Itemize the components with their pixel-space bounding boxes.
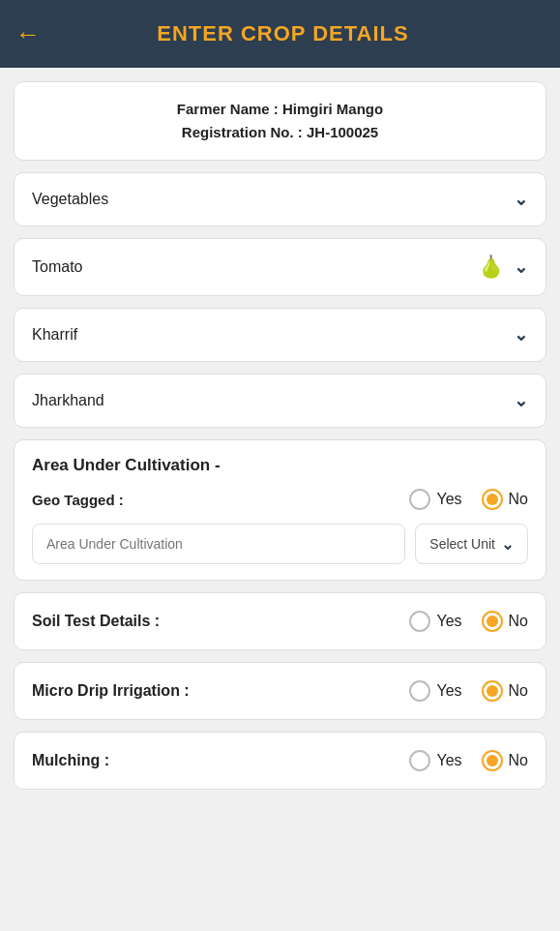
geo-tagged-no-radio[interactable] bbox=[482, 489, 503, 510]
soil-test-row: Soil Test Details : Yes No bbox=[14, 592, 546, 650]
soil-test-no-radio[interactable] bbox=[482, 611, 503, 632]
cultivation-area-input[interactable] bbox=[32, 524, 405, 564]
crop-name-label: Tomato bbox=[32, 258, 82, 276]
crop-type-dropdown[interactable]: Vegetables ⌄ bbox=[14, 172, 546, 226]
geo-tagged-yes-option[interactable]: Yes bbox=[409, 489, 461, 510]
state-label: Jharkhand bbox=[32, 392, 104, 409]
geo-tagged-radio-group: Yes No bbox=[409, 489, 528, 510]
header: ← ENTER CROP DETAILS bbox=[0, 0, 560, 68]
state-dropdown[interactable]: Jharkhand ⌄ bbox=[14, 374, 546, 428]
select-unit-chevron-icon: ⌄ bbox=[501, 535, 514, 554]
soil-test-yes-label: Yes bbox=[436, 613, 461, 630]
season-dropdown[interactable]: Kharrif ⌄ bbox=[14, 308, 546, 362]
select-unit-button[interactable]: Select Unit ⌄ bbox=[415, 524, 528, 564]
select-unit-label: Select Unit bbox=[429, 536, 495, 552]
crop-type-label: Vegetables bbox=[32, 191, 108, 208]
geo-tagged-yes-radio[interactable] bbox=[409, 489, 430, 510]
content-area: Farmer Name : Himgiri Mango Registration… bbox=[0, 68, 560, 803]
soil-test-yes-radio[interactable] bbox=[409, 611, 430, 632]
mulching-yes-label: Yes bbox=[436, 752, 461, 769]
soil-test-no-option[interactable]: No bbox=[482, 611, 528, 632]
soil-test-no-label: No bbox=[509, 613, 528, 630]
season-chevron-icon: ⌄ bbox=[514, 324, 528, 345]
micro-drip-no-radio[interactable] bbox=[482, 680, 503, 702]
soil-test-label: Soil Test Details : bbox=[32, 613, 409, 630]
mulching-no-option[interactable]: No bbox=[482, 750, 528, 771]
cultivation-title: Area Under Cultivation - bbox=[32, 456, 528, 475]
farmer-name: Farmer Name : Himgiri Mango bbox=[30, 98, 530, 121]
geo-tagged-yes-label: Yes bbox=[436, 491, 461, 508]
farmer-registration: Registration No. : JH-100025 bbox=[30, 121, 530, 144]
micro-drip-row: Micro Drip Irrigation : Yes No bbox=[14, 662, 546, 720]
mulching-label: Mulching : bbox=[32, 752, 409, 769]
micro-drip-label: Micro Drip Irrigation : bbox=[32, 682, 409, 700]
mulching-row: Mulching : Yes No bbox=[14, 732, 546, 790]
mulching-yes-option[interactable]: Yes bbox=[409, 750, 461, 771]
micro-drip-yes-option[interactable]: Yes bbox=[409, 680, 461, 702]
crop-name-dropdown[interactable]: Tomato 🍐 ⌄ bbox=[14, 238, 546, 296]
state-chevron-icon: ⌄ bbox=[514, 390, 528, 411]
crop-type-chevron-icon: ⌄ bbox=[514, 189, 528, 210]
mulching-no-radio[interactable] bbox=[482, 750, 503, 771]
micro-drip-yes-radio[interactable] bbox=[409, 680, 430, 702]
geo-tagged-no-label: No bbox=[509, 491, 528, 508]
season-label: Kharrif bbox=[32, 326, 77, 344]
geo-tagged-label: Geo Tagged : bbox=[32, 492, 124, 508]
crop-emoji-icon: 🍐 bbox=[478, 255, 504, 280]
micro-drip-radio-group: Yes No bbox=[409, 680, 528, 702]
crop-name-right: 🍐 ⌄ bbox=[478, 255, 528, 280]
mulching-yes-radio[interactable] bbox=[409, 750, 430, 771]
cultivation-input-row: Select Unit ⌄ bbox=[32, 524, 528, 564]
page-title: ENTER CROP DETAILS bbox=[60, 21, 506, 46]
crop-name-chevron-icon: ⌄ bbox=[514, 256, 528, 278]
farmer-info-card: Farmer Name : Himgiri Mango Registration… bbox=[14, 81, 546, 161]
soil-test-radio-group: Yes No bbox=[409, 611, 528, 632]
soil-test-yes-option[interactable]: Yes bbox=[409, 611, 461, 632]
micro-drip-no-label: No bbox=[509, 682, 528, 700]
geo-tagged-row: Geo Tagged : Yes No bbox=[32, 489, 528, 510]
back-button[interactable]: ← bbox=[15, 19, 41, 49]
mulching-no-label: No bbox=[509, 752, 528, 769]
micro-drip-yes-label: Yes bbox=[436, 682, 461, 700]
geo-tagged-no-option[interactable]: No bbox=[482, 489, 528, 510]
micro-drip-no-option[interactable]: No bbox=[482, 680, 528, 702]
mulching-radio-group: Yes No bbox=[409, 750, 528, 771]
cultivation-card: Area Under Cultivation - Geo Tagged : Ye… bbox=[14, 439, 546, 581]
